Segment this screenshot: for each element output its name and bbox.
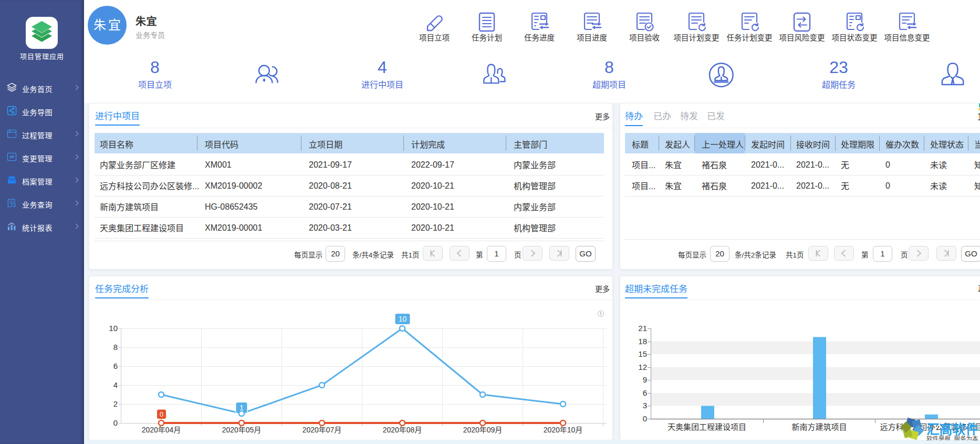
svg-text:0: 0	[113, 418, 118, 427]
svg-text:2020年07月: 2020年07月	[303, 426, 342, 434]
svg-text:2020年08月: 2020年08月	[383, 426, 422, 434]
svg-text:2020年05月: 2020年05月	[222, 426, 262, 434]
svg-text:0: 0	[643, 414, 647, 423]
svg-text:21: 21	[638, 324, 647, 333]
svg-text:10: 10	[399, 315, 407, 323]
svg-text:9: 9	[643, 375, 647, 384]
svg-text:0: 0	[160, 410, 163, 418]
svg-text:2020年10月: 2020年10月	[544, 426, 583, 434]
svg-text:3: 3	[643, 401, 647, 410]
svg-text:4: 4	[113, 380, 118, 389]
svg-text:2: 2	[113, 399, 118, 408]
svg-text:18: 18	[638, 337, 647, 346]
svg-text:15: 15	[638, 349, 647, 358]
svg-text:6: 6	[643, 388, 647, 397]
svg-text:天奥集团工程建设项目: 天奥集团工程建设项目	[668, 422, 746, 431]
svg-text:6: 6	[113, 362, 118, 370]
svg-text:10: 10	[109, 324, 118, 333]
svg-text:8: 8	[113, 343, 118, 352]
svg-text:新南方建筑项目: 新南方建筑项目	[791, 422, 847, 431]
svg-text:2020年04月: 2020年04月	[142, 426, 181, 434]
svg-text:2020年09月: 2020年09月	[463, 426, 503, 434]
svg-text:12: 12	[638, 363, 647, 371]
